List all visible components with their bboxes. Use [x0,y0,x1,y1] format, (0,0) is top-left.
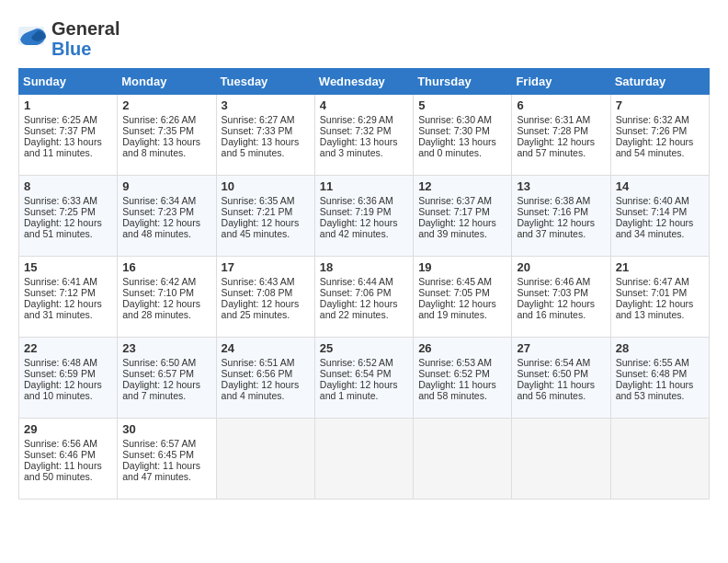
daylight: Daylight: 11 hours and 47 minutes. [122,460,200,482]
calendar-cell: 17 Sunrise: 6:43 AM Sunset: 7:08 PM Dayl… [216,257,314,338]
daylight: Daylight: 13 hours and 5 minutes. [222,136,300,158]
sunset: Sunset: 7:28 PM [517,125,588,136]
sunrise: Sunrise: 6:36 AM [320,195,393,206]
calendar-cell: 12 Sunrise: 6:37 AM Sunset: 7:17 PM Dayl… [414,176,512,257]
calendar-cell: 9 Sunrise: 6:34 AM Sunset: 7:23 PM Dayli… [118,176,216,257]
daylight: Daylight: 12 hours and 13 minutes. [616,298,694,320]
day-number: 11 [320,179,408,193]
daylight: Daylight: 12 hours and 39 minutes. [418,217,496,239]
day-number: 19 [418,260,506,274]
sunrise: Sunrise: 6:53 AM [418,357,492,368]
calendar-cell: 1 Sunrise: 6:25 AM Sunset: 7:37 PM Dayli… [19,95,118,176]
daylight: Daylight: 12 hours and 1 minute. [320,379,398,401]
calendar-cell: 18 Sunrise: 6:44 AM Sunset: 7:06 PM Dayl… [314,257,413,338]
day-number: 18 [320,260,408,274]
day-number: 7 [616,98,704,112]
daylight: Daylight: 12 hours and 37 minutes. [517,217,595,239]
sunset: Sunset: 7:37 PM [24,125,96,136]
day-number: 23 [122,341,210,355]
sunrise: Sunrise: 6:55 AM [616,357,689,368]
calendar-cell: 28 Sunrise: 6:55 AM Sunset: 6:48 PM Dayl… [610,338,709,419]
day-number: 4 [320,98,408,112]
weekday-header: Monday [118,69,216,95]
sunrise: Sunrise: 6:54 AM [517,357,590,368]
day-number: 30 [122,422,210,436]
logo: General Blue [18,18,119,59]
sunset: Sunset: 6:52 PM [418,368,490,379]
daylight: Daylight: 12 hours and 45 minutes. [222,217,300,239]
daylight: Daylight: 12 hours and 7 minutes. [122,379,200,401]
daylight: Daylight: 11 hours and 58 minutes. [418,379,496,401]
day-number: 25 [320,341,408,355]
calendar-cell: 13 Sunrise: 6:38 AM Sunset: 7:16 PM Dayl… [512,176,610,257]
sunrise: Sunrise: 6:42 AM [122,276,196,287]
calendar-cell: 21 Sunrise: 6:47 AM Sunset: 7:01 PM Dayl… [610,257,709,338]
calendar-week-row: 8 Sunrise: 6:33 AM Sunset: 7:25 PM Dayli… [19,176,710,257]
daylight: Daylight: 12 hours and 10 minutes. [24,379,102,401]
daylight: Daylight: 12 hours and 16 minutes. [517,298,595,320]
daylight: Daylight: 12 hours and 19 minutes. [418,298,496,320]
sunrise: Sunrise: 6:27 AM [222,114,295,125]
sunset: Sunset: 7:33 PM [222,125,293,136]
sunset: Sunset: 7:14 PM [616,206,688,217]
sunrise: Sunrise: 6:57 AM [122,438,196,449]
sunset: Sunset: 6:50 PM [517,368,588,379]
calendar-cell: 16 Sunrise: 6:42 AM Sunset: 7:10 PM Dayl… [118,257,216,338]
sunrise: Sunrise: 6:37 AM [418,195,492,206]
calendar-cell: 20 Sunrise: 6:46 AM Sunset: 7:03 PM Dayl… [512,257,610,338]
sunset: Sunset: 7:17 PM [418,206,490,217]
weekday-header: Thursday [414,69,512,95]
day-number: 10 [222,179,310,193]
daylight: Daylight: 12 hours and 48 minutes. [122,217,200,239]
sunset: Sunset: 7:19 PM [320,206,392,217]
daylight: Daylight: 12 hours and 28 minutes. [122,298,200,320]
sunset: Sunset: 6:57 PM [122,368,194,379]
daylight: Daylight: 12 hours and 31 minutes. [24,298,102,320]
sunrise: Sunrise: 6:52 AM [320,357,393,368]
calendar-cell: 15 Sunrise: 6:41 AM Sunset: 7:12 PM Dayl… [19,257,118,338]
logo-text: General [51,18,119,39]
daylight: Daylight: 11 hours and 56 minutes. [517,379,595,401]
sunset: Sunset: 7:21 PM [222,206,293,217]
calendar-cell: 25 Sunrise: 6:52 AM Sunset: 6:54 PM Dayl… [314,338,413,419]
sunset: Sunset: 7:25 PM [24,206,96,217]
day-number: 29 [24,422,112,436]
sunset: Sunset: 7:10 PM [122,287,194,298]
sunset: Sunset: 7:01 PM [616,287,688,298]
calendar-table: SundayMondayTuesdayWednesdayThursdayFrid… [18,68,710,500]
sunset: Sunset: 7:16 PM [517,206,588,217]
day-number: 15 [24,260,112,274]
sunrise: Sunrise: 6:38 AM [517,195,590,206]
sunrise: Sunrise: 6:50 AM [122,357,196,368]
calendar-cell: 4 Sunrise: 6:29 AM Sunset: 7:32 PM Dayli… [314,95,413,176]
day-number: 8 [24,179,112,193]
sunset: Sunset: 7:30 PM [418,125,490,136]
weekday-header: Tuesday [216,69,314,95]
sunrise: Sunrise: 6:56 AM [24,438,97,449]
sunset: Sunset: 6:59 PM [24,368,96,379]
daylight: Daylight: 12 hours and 54 minutes. [616,136,694,158]
calendar-cell: 29 Sunrise: 6:56 AM Sunset: 6:46 PM Dayl… [19,419,118,500]
daylight: Daylight: 12 hours and 4 minutes. [222,379,300,401]
weekday-header: Friday [512,69,610,95]
day-number: 3 [222,98,310,112]
calendar-week-row: 15 Sunrise: 6:41 AM Sunset: 7:12 PM Dayl… [19,257,710,338]
calendar-week-row: 29 Sunrise: 6:56 AM Sunset: 6:46 PM Dayl… [19,419,710,500]
sunset: Sunset: 6:56 PM [222,368,293,379]
daylight: Daylight: 12 hours and 22 minutes. [320,298,398,320]
sunset: Sunset: 6:46 PM [24,449,96,460]
daylight: Daylight: 12 hours and 34 minutes. [616,217,694,239]
sunset: Sunset: 7:03 PM [517,287,588,298]
calendar-week-row: 1 Sunrise: 6:25 AM Sunset: 7:37 PM Dayli… [19,95,710,176]
day-number: 13 [517,179,605,193]
sunrise: Sunrise: 6:34 AM [122,195,196,206]
sunrise: Sunrise: 6:41 AM [24,276,97,287]
calendar-cell: 26 Sunrise: 6:53 AM Sunset: 6:52 PM Dayl… [414,338,512,419]
page-header: General Blue [18,18,710,59]
calendar-cell [610,419,709,500]
day-number: 12 [418,179,506,193]
calendar-cell [314,419,413,500]
sunrise: Sunrise: 6:29 AM [320,114,393,125]
calendar-cell: 27 Sunrise: 6:54 AM Sunset: 6:50 PM Dayl… [512,338,610,419]
calendar-cell: 11 Sunrise: 6:36 AM Sunset: 7:19 PM Dayl… [314,176,413,257]
